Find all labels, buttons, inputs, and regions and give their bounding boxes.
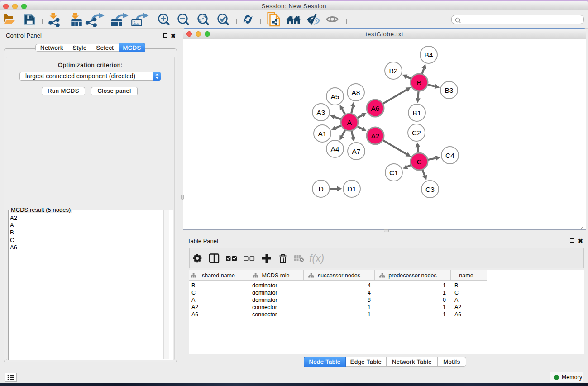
svg-text:D: D — [318, 185, 323, 193]
svg-text:A: A — [347, 119, 352, 126]
svg-text:A5: A5 — [331, 93, 339, 100]
svg-text:C1: C1 — [389, 169, 398, 176]
svg-text:D1: D1 — [347, 185, 356, 193]
svg-text:A6: A6 — [371, 105, 380, 112]
svg-text:A1: A1 — [318, 130, 327, 138]
svg-text:B: B — [417, 79, 421, 86]
svg-text:A4: A4 — [331, 145, 339, 153]
svg-text:B2: B2 — [389, 67, 398, 75]
svg-text:A2: A2 — [371, 132, 380, 140]
svg-text:A8: A8 — [352, 89, 360, 96]
svg-text:C3: C3 — [425, 186, 435, 193]
svg-text:B1: B1 — [413, 109, 421, 117]
svg-text:A3: A3 — [317, 109, 325, 116]
svg-text:C: C — [416, 158, 421, 166]
svg-text:C2: C2 — [412, 129, 421, 137]
svg-text:B4: B4 — [425, 51, 433, 59]
svg-text:f(x): f(x) — [309, 253, 324, 264]
svg-text:B3: B3 — [445, 86, 454, 94]
svg-text:A7: A7 — [352, 148, 361, 155]
svg-text:C4: C4 — [445, 152, 454, 159]
